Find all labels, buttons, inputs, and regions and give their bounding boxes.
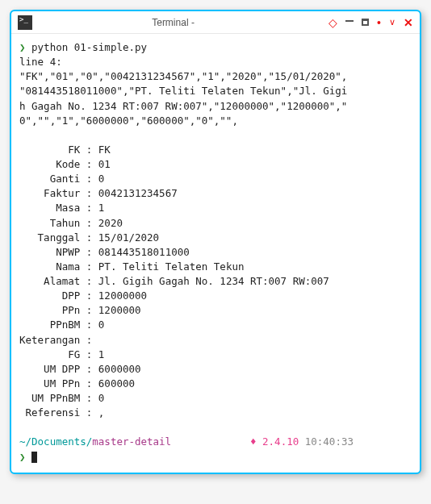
field-val: 0 <box>98 319 105 331</box>
prompt-symbol: ❯ <box>19 41 26 53</box>
dot-icon[interactable]: • <box>377 17 381 28</box>
field-key: Referensi <box>19 406 80 419</box>
field-val: 2020 <box>98 217 123 229</box>
field-key: NPWP <box>19 246 80 258</box>
field-val: 1200000 <box>98 304 141 316</box>
window-controls: ◇ • ∨ ✕ <box>328 17 413 28</box>
field-key: Ganti <box>19 173 80 185</box>
minimize-icon[interactable] <box>345 20 354 22</box>
field-val: 12000000 <box>98 289 147 302</box>
field-key: FG <box>19 348 80 360</box>
clock-time: 10:40:33 <box>305 435 354 448</box>
cursor-icon <box>31 452 37 463</box>
field-val: 1 <box>98 202 105 214</box>
output-line: 0","","1","6000000","600000","0","", <box>19 115 238 127</box>
field-key: Alamat <box>19 275 80 287</box>
field-key: UM PPnBM <box>19 392 80 404</box>
field-key: FK <box>19 144 80 156</box>
field-val: 0042131234567 <box>98 187 178 199</box>
field-key: Masa <box>19 202 80 214</box>
field-key: PPnBM <box>19 319 80 331</box>
field-key: Tahun <box>19 217 80 229</box>
field-val: 01 <box>98 158 111 170</box>
close-icon[interactable]: ✕ <box>404 17 413 28</box>
field-val: 0 <box>98 392 105 404</box>
field-val: , <box>98 406 105 419</box>
field-key: UM PPn <box>19 377 80 389</box>
output-line: "081443518011000","PT. Teliti Telaten Te… <box>19 85 347 97</box>
ruby-icon: ♦ <box>250 435 257 448</box>
field-key: UM DPP <box>19 363 80 375</box>
field-val: 15/01/2020 <box>98 231 159 244</box>
field-key: Tanggal <box>19 231 80 244</box>
cwd-path-home: ~/Documents/ <box>19 435 92 448</box>
dropdown-icon[interactable]: ∨ <box>389 18 395 27</box>
output-line: line 4: <box>19 56 62 68</box>
prompt-symbol: ❯ <box>19 451 26 463</box>
terminal-body[interactable]: ❯ python 01-simple.py line 4: "FK","01",… <box>11 34 420 473</box>
field-key: PPn <box>19 304 80 316</box>
field-val: 0 <box>98 173 105 185</box>
cwd-path-dir: master-detail <box>92 435 171 448</box>
field-val: 6000000 <box>98 363 141 375</box>
output-line: h Gagah No. 1234 RT:007 RW:007","1200000… <box>19 100 347 112</box>
field-val: Jl. Gigih Gagah No. 1234 RT:007 RW:007 <box>98 275 329 287</box>
field-val: PT. Teliti Telaten Tekun <box>98 260 245 273</box>
field-key: Kode <box>19 158 80 170</box>
output-line: "FK","01","0","0042131234567","1","2020"… <box>19 70 347 82</box>
field-val: 1 <box>98 348 105 360</box>
terminal-window: >_ Terminal - ◇ • ∨ ✕ ❯ python 01-simple… <box>10 10 421 474</box>
ruby-version: 2.4.10 <box>262 435 299 448</box>
window-title: Terminal - <box>18 17 328 28</box>
field-key: DPP <box>19 289 80 302</box>
maximize-icon[interactable] <box>362 19 369 26</box>
field-val: FK <box>98 144 111 156</box>
field-val: 600000 <box>98 377 135 389</box>
field-key: Faktur <box>19 187 80 199</box>
field-val: 081443518011000 <box>98 246 190 258</box>
pin-icon[interactable]: ◇ <box>328 17 337 28</box>
command-text: python 01-simple.py <box>31 41 147 53</box>
titlebar: >_ Terminal - ◇ • ∨ ✕ <box>11 11 420 34</box>
field-key: Nama <box>19 260 80 273</box>
field-key: Keterangan <box>19 334 80 346</box>
